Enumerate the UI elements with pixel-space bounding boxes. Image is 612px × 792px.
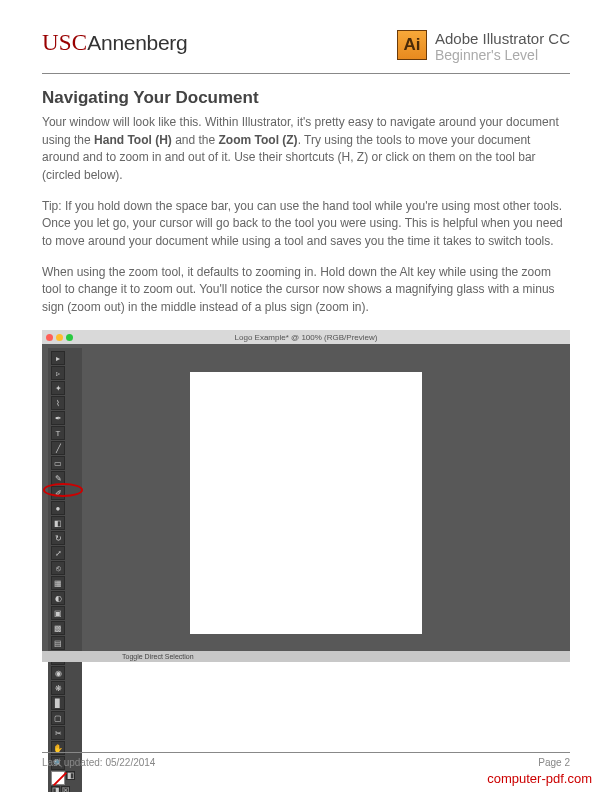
watermark-text: computer-pdf.com bbox=[487, 771, 592, 786]
minimize-icon bbox=[56, 334, 63, 341]
symbol-sprayer-tool-icon: ❋ bbox=[51, 681, 65, 695]
window-titlebar: Logo Example* @ 100% (RGB/Preview) bbox=[42, 330, 570, 344]
width-tool-icon: ⎋ bbox=[51, 561, 65, 575]
perspective-tool-icon: ▣ bbox=[51, 606, 65, 620]
lasso-tool-icon: ⌇ bbox=[51, 396, 65, 410]
pencil-tool-icon: ✐ bbox=[51, 486, 65, 500]
illustrator-app-icon: Ai bbox=[397, 30, 427, 60]
last-updated: Last updated: 05/22/2014 bbox=[42, 757, 155, 768]
status-text: Toggle Direct Selection bbox=[122, 653, 194, 660]
header-title-block: Adobe Illustrator CC Beginner's Level bbox=[435, 30, 570, 63]
page-header: USCAnnenberg Ai Adobe Illustrator CC Beg… bbox=[42, 30, 570, 74]
paragraph-3: When using the zoom tool, it defaults to… bbox=[42, 264, 570, 316]
blend-tool-icon: ◉ bbox=[51, 666, 65, 680]
rectangle-tool-icon: ▭ bbox=[51, 456, 65, 470]
pen-tool-icon: ✒ bbox=[51, 411, 65, 425]
slice-tool-icon: ✂ bbox=[51, 726, 65, 740]
shape-builder-tool-icon: ◐ bbox=[51, 591, 65, 605]
graph-tool-icon: ▊ bbox=[51, 696, 65, 710]
artboard-canvas bbox=[190, 372, 422, 634]
scale-tool-icon: ⤢ bbox=[51, 546, 65, 560]
tools-panel: ▸ ▹ ✦ ⌇ ✒ T ╱ ▭ ✎ ✐ ● ◧ ↻ ⤢ ⎋ ▦ ◐ ▣ ▩ ▤ … bbox=[48, 348, 82, 792]
color-mode-icon: ◧ bbox=[66, 771, 75, 780]
eraser-tool-icon: ◧ bbox=[51, 516, 65, 530]
gradient-mode-icon: ◨ bbox=[51, 786, 60, 792]
selection-tool-icon: ▸ bbox=[51, 351, 65, 365]
doc-title: Adobe Illustrator CC bbox=[435, 30, 570, 47]
paragraph-2: Tip: If you hold down the space bar, you… bbox=[42, 198, 570, 250]
line-tool-icon: ╱ bbox=[51, 441, 65, 455]
blob-brush-tool-icon: ● bbox=[51, 501, 65, 515]
logo-annenberg-text: Annenberg bbox=[87, 31, 187, 54]
header-right: Ai Adobe Illustrator CC Beginner's Level bbox=[397, 30, 570, 63]
logo-usc-text: USC bbox=[42, 30, 87, 55]
doc-subtitle: Beginner's Level bbox=[435, 47, 570, 63]
hand-tool-bold: Hand Tool (H) bbox=[94, 133, 172, 147]
direct-selection-tool-icon: ▹ bbox=[51, 366, 65, 380]
traffic-lights bbox=[46, 334, 73, 341]
paintbrush-tool-icon: ✎ bbox=[51, 471, 65, 485]
page-number: Page 2 bbox=[538, 757, 570, 768]
section-heading: Navigating Your Document bbox=[42, 88, 570, 108]
none-mode-icon: ☒ bbox=[61, 786, 70, 792]
illustrator-screenshot: Logo Example* @ 100% (RGB/Preview) ▸ ▹ ✦… bbox=[42, 330, 570, 662]
paragraph-1: Your window will look like this. Within … bbox=[42, 114, 570, 184]
status-bar: Toggle Direct Selection bbox=[42, 651, 570, 662]
type-tool-icon: T bbox=[51, 426, 65, 440]
usc-annenberg-logo: USCAnnenberg bbox=[42, 30, 187, 56]
gradient-tool-icon: ▤ bbox=[51, 636, 65, 650]
free-transform-tool-icon: ▦ bbox=[51, 576, 65, 590]
fill-swatch-icon bbox=[51, 771, 65, 785]
window-title: Logo Example* @ 100% (RGB/Preview) bbox=[235, 333, 378, 342]
mesh-tool-icon: ▩ bbox=[51, 621, 65, 635]
zoom-tool-bold: Zoom Tool (Z) bbox=[219, 133, 298, 147]
page-footer: Last updated: 05/22/2014 Page 2 bbox=[42, 752, 570, 768]
close-icon bbox=[46, 334, 53, 341]
zoom-window-icon bbox=[66, 334, 73, 341]
rotate-tool-icon: ↻ bbox=[51, 531, 65, 545]
magic-wand-tool-icon: ✦ bbox=[51, 381, 65, 395]
artboard-tool-icon: ▢ bbox=[51, 711, 65, 725]
